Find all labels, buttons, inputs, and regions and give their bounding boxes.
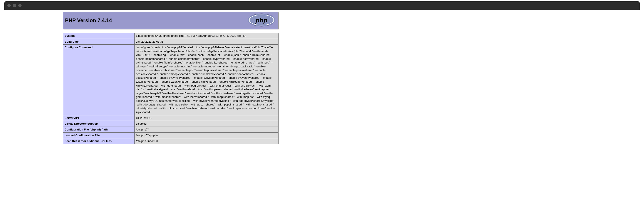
window-titlebar bbox=[4, 1, 640, 10]
row-label: Server API bbox=[63, 115, 135, 121]
maximize-window-button[interactable] bbox=[18, 4, 22, 7]
row-label: System bbox=[63, 33, 135, 39]
row-label: Scan this dir for additional .ini files bbox=[63, 138, 135, 144]
table-row: Configuration File (php.ini) Path /etc/p… bbox=[63, 127, 278, 133]
table-row: Loaded Configuration File /etc/php74/php… bbox=[63, 132, 278, 138]
row-value: /etc/php74/conf.d bbox=[135, 138, 278, 144]
php-version-title: PHP Version 7.4.14 bbox=[65, 18, 112, 24]
row-value: /etc/php74/php.ini bbox=[135, 132, 278, 138]
row-value: disabled bbox=[135, 121, 278, 127]
svg-text:php: php bbox=[256, 16, 268, 24]
php-version-header: PHP Version 7.4.14 php bbox=[63, 12, 278, 29]
page-content: PHP Version 7.4.14 php System Linux foot… bbox=[0, 10, 644, 144]
row-value: CGI/FastCGI bbox=[135, 115, 278, 121]
table-row: System Linux footprint 5.4.32-grsec-grse… bbox=[63, 33, 278, 39]
row-label: Configuration File (php.ini) Path bbox=[63, 127, 135, 133]
table-row: Configure Command './configure' '--prefi… bbox=[63, 44, 278, 115]
table-row: Virtual Directory Support disabled bbox=[63, 121, 278, 127]
row-value: /etc/php74 bbox=[135, 127, 278, 133]
php-logo-icon: php bbox=[247, 13, 276, 28]
row-label: Build Date bbox=[63, 39, 135, 44]
minimize-window-button[interactable] bbox=[13, 4, 16, 7]
table-row: Scan this dir for additional .ini files … bbox=[63, 138, 278, 144]
phpinfo-container: PHP Version 7.4.14 php System Linux foot… bbox=[63, 12, 278, 144]
row-value: Jan 20 2021 23:01:36 bbox=[135, 39, 278, 44]
table-row: Server API CGI/FastCGI bbox=[63, 115, 278, 121]
row-label: Loaded Configuration File bbox=[63, 132, 135, 138]
row-value: './configure' '--prefix=/usr/local/php74… bbox=[135, 44, 278, 115]
row-label: Virtual Directory Support bbox=[63, 121, 135, 127]
table-row: Build Date Jan 20 2021 23:01:36 bbox=[63, 39, 278, 44]
phpinfo-table: System Linux footprint 5.4.32-grsec-grse… bbox=[63, 33, 278, 144]
close-window-button[interactable] bbox=[8, 4, 11, 7]
row-label: Configure Command bbox=[63, 44, 135, 115]
row-value: Linux footprint 5.4.32-grsec-grsec-plus+… bbox=[135, 33, 278, 39]
